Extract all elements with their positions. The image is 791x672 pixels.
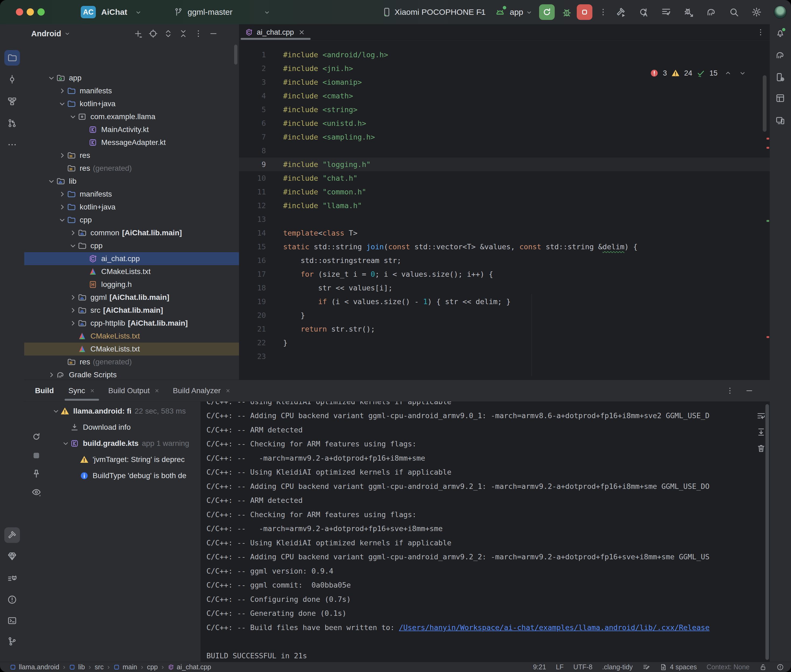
settings-button[interactable] <box>751 7 762 18</box>
close-tab-icon[interactable] <box>154 388 160 394</box>
breadcrumb-item[interactable]: cpp <box>147 663 158 671</box>
console-scrollbar[interactable] <box>765 404 769 660</box>
debug-button[interactable] <box>562 7 572 18</box>
tree-item-res[interactable]: res(generated) <box>24 162 239 175</box>
code-line-22[interactable]: 22} <box>239 336 770 350</box>
tree-item-cpp-httplib[interactable]: cpp-httplib[AiChat.lib.main] <box>24 317 239 330</box>
status-widget-9-21[interactable]: 9:21 <box>533 663 546 671</box>
chevron-right-icon[interactable] <box>68 318 77 328</box>
code-line-5[interactable]: 5#include <string> <box>239 103 770 117</box>
editor-tab[interactable]: ai_chat.cpp <box>239 24 313 40</box>
tree-item-common[interactable]: common[AiChat.lib.main] <box>24 226 239 239</box>
tool-stripe-version-control[interactable] <box>4 634 20 649</box>
tool-stripe-structure[interactable] <box>4 94 20 109</box>
code-line-16[interactable]: 16 std::ostringstream str; <box>239 254 770 267</box>
more-run-options-button[interactable] <box>598 8 608 17</box>
tree-item-res[interactable]: res <box>24 149 239 162</box>
tool-stripe-gradle[interactable] <box>772 47 788 63</box>
change-stripe-mark[interactable] <box>767 220 769 222</box>
tree-item-cmakelists-txt[interactable]: CMakeLists.txt <box>24 330 239 342</box>
chevron-down-icon[interactable] <box>58 99 67 108</box>
code-line-21[interactable]: 21 return str.str(); <box>239 322 770 336</box>
chevron-down-icon[interactable] <box>68 112 77 121</box>
device-selector[interactable]: Xiaomi POCOPHONE F1 <box>395 0 486 24</box>
project-tree-scrollbar[interactable] <box>234 45 237 64</box>
profiler-button[interactable] <box>661 7 672 18</box>
next-problem-button[interactable] <box>738 69 747 77</box>
code-line-14[interactable]: 14template<class T> <box>239 226 770 240</box>
status-widget-lf[interactable]: LF <box>556 663 563 671</box>
tree-item-ai-chat-cpp[interactable]: ai_chat.cpp <box>24 252 239 265</box>
tree-item-ggml[interactable]: ggml[AiChat.lib.main] <box>24 291 239 304</box>
preview-eye-button[interactable] <box>31 487 42 497</box>
chevron-right-icon[interactable] <box>47 370 56 379</box>
code-line-23[interactable]: 23 <box>239 350 770 363</box>
build-tab-build-output[interactable]: Build Output <box>102 380 166 402</box>
chevron-right-icon[interactable] <box>68 293 77 302</box>
chevron-right-icon[interactable] <box>58 151 67 160</box>
chevron-down-icon[interactable] <box>68 241 77 250</box>
error-stripe-mark[interactable] <box>767 138 769 139</box>
status-widget[interactable] <box>759 663 767 671</box>
editor-options-button[interactable] <box>756 28 765 37</box>
minimize-window-button[interactable] <box>27 8 34 16</box>
chevron-down-icon[interactable] <box>47 74 56 83</box>
close-window-button[interactable] <box>16 8 23 16</box>
status-widget[interactable] <box>777 663 784 671</box>
refresh-button[interactable] <box>31 432 42 442</box>
tree-item-app[interactable]: app <box>24 72 239 85</box>
code-line-15[interactable]: 15static std::string join(const std::vec… <box>239 240 770 254</box>
code-line-6[interactable]: 6#include <unistd.h> <box>239 117 770 130</box>
tree-item-cpp[interactable]: cpp <box>24 213 239 226</box>
stop-square-button[interactable] <box>31 450 42 461</box>
status-widget--clang-tidy[interactable]: .clang-tidy <box>602 663 633 671</box>
code-line-20[interactable]: 20 } <box>239 309 770 322</box>
tree-item-cmakelists-txt[interactable]: CMakeLists.txt <box>24 342 239 355</box>
code-line-13[interactable]: 13 <box>239 213 770 226</box>
build-tab-sync[interactable]: Sync <box>62 380 102 402</box>
add-button[interactable] <box>133 29 143 38</box>
tool-stripe-running-devices[interactable] <box>772 113 788 128</box>
pin-button[interactable] <box>31 469 42 479</box>
collapse-all-button[interactable] <box>179 29 188 38</box>
chevron-down-icon[interactable] <box>61 439 70 448</box>
tree-item-gradle-scripts[interactable]: Gradle Scripts <box>24 368 239 380</box>
chevron-right-icon[interactable] <box>58 190 67 199</box>
tree-item-manifests[interactable]: manifests <box>24 188 239 201</box>
code-line-18[interactable]: 18 str << values[i]; <box>239 281 770 295</box>
tool-stripe-aqi-gem[interactable] <box>4 548 20 564</box>
tree-item-src[interactable]: src[AiChat.lib.main] <box>24 304 239 317</box>
sync-tree-item[interactable]: 'jvmTarget: String' is deprec <box>48 451 201 468</box>
inspection-widget[interactable]: 3 24 15 <box>650 67 747 79</box>
code-line-9[interactable]: 9#include "logging.h" <box>239 158 770 171</box>
code-line-19[interactable]: 19 if (i < values.size() - 1) { str << d… <box>239 295 770 309</box>
run-config-selector[interactable]: app <box>510 0 523 24</box>
chevron-down-icon[interactable] <box>52 407 60 416</box>
tree-item-kotlin-java[interactable]: kotlin+java <box>24 98 239 110</box>
breadcrumb-item[interactable]: main <box>113 663 137 671</box>
project-view-selector[interactable]: Android <box>31 29 61 38</box>
soft-wrap-button[interactable] <box>756 411 766 421</box>
code-area[interactable]: 1#include <android/log.h>2#include <jni.… <box>239 40 770 387</box>
apply-changes-button[interactable] <box>638 7 649 18</box>
chevron-right-icon[interactable] <box>68 306 77 315</box>
status-widget-context-none[interactable]: Context: None <box>706 663 749 671</box>
more-v-button[interactable] <box>194 29 203 38</box>
gradle-sync-button[interactable] <box>706 7 717 18</box>
close-tab-button[interactable] <box>298 28 306 36</box>
breadcrumb-item[interactable]: lib <box>69 663 85 671</box>
tool-stripe-problems[interactable] <box>4 592 20 608</box>
code-line-1[interactable]: 1#include <android/log.h> <box>239 48 770 62</box>
tool-stripe-build-hammer[interactable] <box>4 527 20 543</box>
console-link[interactable]: /Users/hanyin/Workspace/ai-chat/examples… <box>399 623 709 632</box>
project-selector[interactable]: AiChat <box>101 0 127 24</box>
tree-item-res[interactable]: res(generated) <box>24 355 239 368</box>
build-console[interactable]: C/C++: -- Using KleidiAI optimized kerne… <box>201 402 770 662</box>
tool-stripe-notifications[interactable] <box>772 25 788 41</box>
build-tab-build-analyzer[interactable]: Build Analyzer <box>166 380 237 402</box>
tree-item-cmakelists-txt[interactable]: CMakeLists.txt <box>24 265 239 278</box>
tree-item-mainactivity-kt[interactable]: MainActivity.kt <box>24 123 239 136</box>
tree-item-logging-h[interactable]: logging.h <box>24 278 239 291</box>
clear-button[interactable] <box>756 443 766 453</box>
sync-tree-item[interactable]: BuildType 'debug' is both de <box>48 468 201 484</box>
